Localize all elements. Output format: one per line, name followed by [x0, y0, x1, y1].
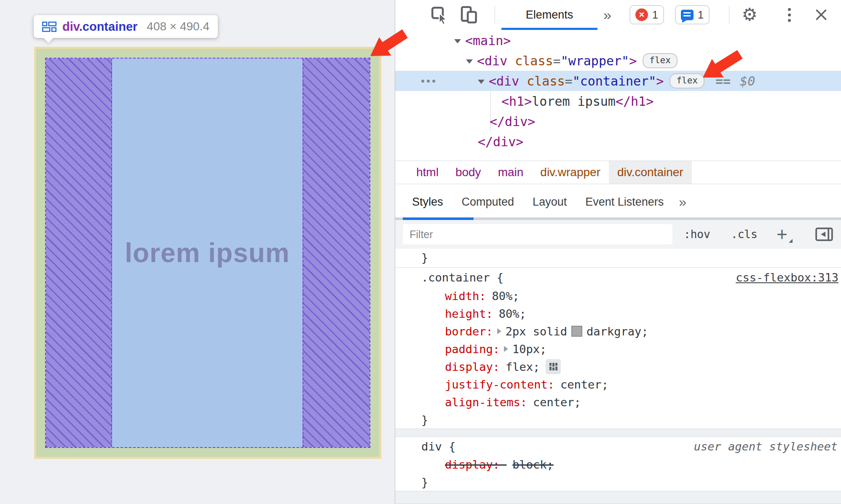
rule-selector-line[interactable]: div { user agent stylesheet: [395, 437, 841, 456]
tab-layout[interactable]: Layout: [523, 184, 576, 220]
more-panels-icon[interactable]: »: [673, 194, 692, 210]
css-property-row[interactable]: height: 80%;: [395, 305, 841, 322]
property-value[interactable]: darkgray;: [587, 325, 648, 338]
tag-close[interactable]: </div>: [490, 114, 535, 129]
attr-equals: =: [565, 74, 573, 88]
property-value[interactable]: 2px solid: [506, 325, 567, 338]
gear-icon[interactable]: ⚙: [740, 5, 759, 24]
css-property-row-overridden[interactable]: display: block;: [395, 456, 841, 473]
tag-open[interactable]: <h1>: [501, 94, 532, 109]
tree-row-close-div[interactable]: </div>: [395, 131, 841, 152]
tree-row-wrapper[interactable]: <div class = "wrapper" > flex: [395, 51, 841, 71]
toggle-classes[interactable]: .cls: [731, 220, 758, 249]
breadcrumb-html[interactable]: html: [408, 161, 447, 184]
attr-equals: =: [553, 54, 561, 68]
breadcrumb-main[interactable]: main: [490, 161, 532, 184]
issues-count: 1: [698, 9, 704, 21]
css-property-row[interactable]: width: 80%;: [395, 287, 841, 305]
error-badge[interactable]: × 1: [629, 5, 664, 24]
tree-row-main[interactable]: <main>: [395, 30, 841, 51]
property-name[interactable]: display:: [445, 360, 500, 373]
tag-close-bracket[interactable]: >: [629, 54, 637, 68]
property-value[interactable]: 80%;: [492, 290, 520, 303]
styles-tabbar: Styles Computed Layout Event Listeners »: [395, 184, 841, 220]
flex-editor-icon[interactable]: [546, 359, 561, 374]
inspect-tooltip: div.container 408 × 490.4: [34, 15, 218, 38]
devtools-panel: Elements » × 1 1 ⚙: [395, 0, 841, 504]
stylesheet-origin: user agent stylesheet: [694, 440, 838, 453]
disclosure-triangle-icon[interactable]: [454, 39, 461, 43]
rule-selector-line[interactable]: .container { css-flexbox:313: [395, 268, 841, 287]
more-actions-icon[interactable]: [421, 80, 435, 83]
sidebar-toggle-icon[interactable]: [815, 220, 833, 249]
more-tabs-icon[interactable]: »: [603, 0, 611, 30]
toggle-hover-state[interactable]: :hov: [684, 220, 710, 249]
error-icon: ×: [635, 8, 648, 21]
tab-computed[interactable]: Computed: [453, 184, 524, 220]
rule-section-gap: [395, 491, 841, 504]
property-value[interactable]: 10px;: [512, 343, 546, 356]
attr-value[interactable]: "container": [573, 74, 656, 88]
css-property-row[interactable]: padding: 10px;: [395, 340, 841, 358]
tab-elements[interactable]: Elements: [501, 0, 597, 30]
breadcrumb-div-wrapper[interactable]: div.wrapper: [532, 161, 609, 184]
flex-badge[interactable]: flex: [670, 73, 704, 88]
property-name[interactable]: height:: [445, 307, 493, 320]
attr-name[interactable]: class: [515, 54, 553, 68]
attr-value[interactable]: "wrapper": [561, 54, 629, 68]
filter-input[interactable]: [403, 224, 672, 244]
rule-close-brace: }: [395, 249, 841, 266]
flex-grid-icon: [42, 21, 56, 32]
property-value[interactable]: 80%;: [499, 307, 526, 320]
tree-row-h1[interactable]: <h1> lorem ipsum </h1>: [395, 91, 841, 111]
property-value[interactable]: flex;: [506, 360, 540, 373]
tag-close[interactable]: </h1>: [616, 94, 654, 109]
issues-badge[interactable]: 1: [675, 5, 710, 24]
tag-close[interactable]: </div>: [478, 134, 523, 149]
css-property-row[interactable]: justify-content: center;: [395, 375, 841, 393]
tag-open[interactable]: <div: [489, 74, 519, 88]
expand-arrow-icon[interactable]: [497, 328, 501, 334]
tab-event-listeners[interactable]: Event Listeners: [576, 184, 673, 220]
tag-open[interactable]: <div: [477, 54, 507, 68]
expand-arrow-icon[interactable]: [504, 346, 508, 352]
tab-styles[interactable]: Styles: [403, 184, 453, 220]
attr-name[interactable]: class: [527, 74, 565, 88]
css-property-row[interactable]: align-items: center;: [395, 393, 841, 411]
breadcrumb-div-container[interactable]: div.container: [609, 161, 692, 184]
kebab-menu-icon[interactable]: [779, 5, 799, 24]
property-name[interactable]: display:: [445, 458, 500, 471]
close-icon[interactable]: [812, 5, 831, 24]
css-selector[interactable]: div {: [421, 440, 455, 453]
flex-badge[interactable]: flex: [643, 53, 678, 68]
stylesheet-link[interactable]: css-flexbox:313: [736, 271, 838, 284]
property-value[interactable]: center;: [560, 378, 608, 391]
property-name[interactable]: width:: [445, 290, 486, 303]
property-name[interactable]: padding:: [445, 343, 500, 356]
elements-tree: <main> <div class = "wrapper" > flex <di…: [395, 30, 841, 161]
property-name[interactable]: align-items:: [445, 396, 527, 409]
breadcrumb-body[interactable]: body: [447, 161, 490, 184]
tooltip-selector: div.container: [62, 20, 137, 34]
tree-row-close-div[interactable]: </div>: [395, 111, 841, 131]
property-name[interactable]: justify-content:: [445, 378, 554, 391]
tag-main[interactable]: <main>: [465, 33, 511, 48]
flex-item-area: lorem ipsum: [112, 59, 303, 447]
tree-row-container-selected[interactable]: <div class = "container" > flex == $0: [395, 71, 841, 91]
property-name[interactable]: border:: [445, 325, 493, 338]
dollar-zero-marker: $0: [740, 74, 755, 88]
text-node[interactable]: lorem ipsum: [532, 94, 616, 109]
color-swatch[interactable]: [571, 326, 582, 337]
new-style-rule-button[interactable]: +: [777, 220, 787, 249]
property-value[interactable]: block;: [512, 458, 554, 471]
inspect-element-icon[interactable]: [430, 5, 449, 24]
property-value[interactable]: center;: [533, 396, 581, 409]
disclosure-triangle-icon[interactable]: [478, 80, 485, 84]
disclosure-triangle-icon[interactable]: [466, 59, 473, 64]
device-toolbar-icon[interactable]: [459, 5, 479, 24]
css-property-row[interactable]: border: 2px solid darkgray;: [395, 322, 841, 340]
tag-close-bracket[interactable]: >: [656, 74, 664, 88]
css-property-row[interactable]: display: flex;: [395, 358, 841, 375]
css-selector[interactable]: .container {: [421, 271, 504, 284]
rule-close-brace: }: [395, 473, 841, 491]
